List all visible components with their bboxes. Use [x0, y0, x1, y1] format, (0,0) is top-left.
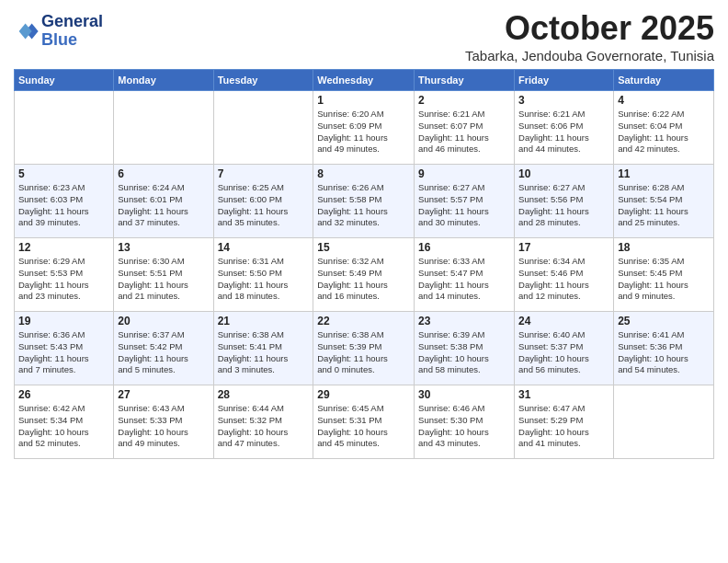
calendar-week-row: 19Sunrise: 6:36 AM Sunset: 5:43 PM Dayli… [15, 312, 714, 385]
calendar-day-21: 21Sunrise: 6:38 AM Sunset: 5:41 PM Dayli… [213, 312, 313, 385]
calendar-day-4: 4Sunrise: 6:22 AM Sunset: 6:04 PM Daylig… [614, 91, 714, 165]
day-detail: Sunrise: 6:26 AM Sunset: 5:58 PM Dayligh… [317, 182, 410, 229]
calendar-week-row: 1Sunrise: 6:20 AM Sunset: 6:09 PM Daylig… [15, 91, 714, 165]
day-number: 12 [18, 241, 109, 254]
calendar-day-23: 23Sunrise: 6:39 AM Sunset: 5:38 PM Dayli… [415, 312, 515, 385]
calendar-day-8: 8Sunrise: 6:26 AM Sunset: 5:58 PM Daylig… [313, 165, 415, 238]
calendar-header-row: SundayMondayTuesdayWednesdayThursdayFrid… [15, 70, 714, 91]
day-detail: Sunrise: 6:25 AM Sunset: 6:00 PM Dayligh… [218, 182, 310, 229]
day-number: 19 [18, 315, 109, 327]
day-detail: Sunrise: 6:29 AM Sunset: 5:53 PM Dayligh… [18, 256, 109, 303]
calendar-day-22: 22Sunrise: 6:38 AM Sunset: 5:39 PM Dayli… [313, 312, 415, 385]
calendar-week-row: 12Sunrise: 6:29 AM Sunset: 5:53 PM Dayli… [15, 238, 714, 312]
calendar-week-row: 5Sunrise: 6:23 AM Sunset: 6:03 PM Daylig… [15, 165, 714, 238]
calendar-day-14: 14Sunrise: 6:31 AM Sunset: 5:50 PM Dayli… [213, 238, 313, 312]
calendar-day-30: 30Sunrise: 6:46 AM Sunset: 5:30 PM Dayli… [415, 385, 515, 459]
calendar-day-5: 5Sunrise: 6:23 AM Sunset: 6:03 PM Daylig… [15, 165, 114, 238]
calendar-empty-cell [614, 385, 714, 459]
day-detail: Sunrise: 6:47 AM Sunset: 5:29 PM Dayligh… [518, 403, 609, 450]
header: General Blue October 2025 Tabarka, Jendo… [14, 9, 714, 63]
day-detail: Sunrise: 6:21 AM Sunset: 6:07 PM Dayligh… [418, 109, 510, 155]
calendar-day-28: 28Sunrise: 6:44 AM Sunset: 5:32 PM Dayli… [213, 385, 313, 459]
day-number: 31 [518, 388, 609, 401]
day-number: 20 [118, 315, 209, 327]
day-detail: Sunrise: 6:44 AM Sunset: 5:32 PM Dayligh… [218, 403, 310, 450]
logo-line1: General [41, 13, 103, 31]
day-number: 6 [118, 167, 209, 180]
day-detail: Sunrise: 6:32 AM Sunset: 5:49 PM Dayligh… [317, 256, 410, 303]
day-detail: Sunrise: 6:30 AM Sunset: 5:51 PM Dayligh… [118, 256, 209, 303]
day-detail: Sunrise: 6:42 AM Sunset: 5:34 PM Dayligh… [18, 403, 109, 450]
day-detail: Sunrise: 6:20 AM Sunset: 6:09 PM Dayligh… [317, 109, 410, 155]
calendar-header-monday: Monday [114, 70, 213, 91]
calendar-day-9: 9Sunrise: 6:27 AM Sunset: 5:57 PM Daylig… [415, 165, 515, 238]
day-number: 24 [518, 315, 609, 327]
day-detail: Sunrise: 6:31 AM Sunset: 5:50 PM Dayligh… [218, 256, 310, 303]
day-number: 14 [218, 241, 310, 254]
calendar-empty-cell [213, 91, 313, 165]
day-detail: Sunrise: 6:23 AM Sunset: 6:03 PM Dayligh… [18, 182, 109, 229]
calendar-header-thursday: Thursday [415, 70, 515, 91]
calendar-day-19: 19Sunrise: 6:36 AM Sunset: 5:43 PM Dayli… [15, 312, 114, 385]
day-detail: Sunrise: 6:41 AM Sunset: 5:36 PM Dayligh… [618, 329, 710, 376]
day-number: 11 [618, 167, 710, 180]
day-detail: Sunrise: 6:39 AM Sunset: 5:38 PM Dayligh… [418, 329, 510, 376]
calendar-day-7: 7Sunrise: 6:25 AM Sunset: 6:00 PM Daylig… [213, 165, 313, 238]
day-detail: Sunrise: 6:36 AM Sunset: 5:43 PM Dayligh… [18, 329, 109, 376]
calendar-day-26: 26Sunrise: 6:42 AM Sunset: 5:34 PM Dayli… [15, 385, 114, 459]
day-number: 17 [518, 241, 609, 254]
calendar: SundayMondayTuesdayWednesdayThursdayFrid… [14, 69, 714, 459]
day-number: 10 [518, 167, 609, 180]
calendar-day-12: 12Sunrise: 6:29 AM Sunset: 5:53 PM Dayli… [15, 238, 114, 312]
day-number: 16 [418, 241, 510, 254]
day-detail: Sunrise: 6:28 AM Sunset: 5:54 PM Dayligh… [618, 182, 710, 229]
day-detail: Sunrise: 6:46 AM Sunset: 5:30 PM Dayligh… [418, 403, 510, 450]
calendar-day-24: 24Sunrise: 6:40 AM Sunset: 5:37 PM Dayli… [515, 312, 614, 385]
day-number: 4 [618, 94, 710, 107]
page: General Blue October 2025 Tabarka, Jendo… [0, 0, 728, 563]
day-detail: Sunrise: 6:40 AM Sunset: 5:37 PM Dayligh… [518, 329, 609, 376]
day-detail: Sunrise: 6:38 AM Sunset: 5:39 PM Dayligh… [317, 329, 410, 376]
day-detail: Sunrise: 6:45 AM Sunset: 5:31 PM Dayligh… [317, 403, 410, 450]
day-number: 2 [418, 94, 510, 107]
sub-title: Tabarka, Jendouba Governorate, Tunisia [465, 48, 714, 63]
calendar-day-31: 31Sunrise: 6:47 AM Sunset: 5:29 PM Dayli… [515, 385, 614, 459]
day-number: 7 [218, 167, 310, 180]
day-detail: Sunrise: 6:34 AM Sunset: 5:46 PM Dayligh… [518, 256, 609, 303]
calendar-day-6: 6Sunrise: 6:24 AM Sunset: 6:01 PM Daylig… [114, 165, 213, 238]
calendar-day-29: 29Sunrise: 6:45 AM Sunset: 5:31 PM Dayli… [313, 385, 415, 459]
calendar-day-2: 2Sunrise: 6:21 AM Sunset: 6:07 PM Daylig… [415, 91, 515, 165]
calendar-week-row: 26Sunrise: 6:42 AM Sunset: 5:34 PM Dayli… [15, 385, 714, 459]
day-detail: Sunrise: 6:37 AM Sunset: 5:42 PM Dayligh… [118, 329, 209, 376]
logo-icon [14, 18, 40, 44]
calendar-day-16: 16Sunrise: 6:33 AM Sunset: 5:47 PM Dayli… [415, 238, 515, 312]
day-number: 13 [118, 241, 209, 254]
day-number: 15 [317, 241, 410, 254]
calendar-header-saturday: Saturday [614, 70, 714, 91]
logo-line2: Blue [41, 31, 103, 50]
day-number: 25 [618, 315, 710, 327]
day-detail: Sunrise: 6:24 AM Sunset: 6:01 PM Dayligh… [118, 182, 209, 229]
day-number: 23 [418, 315, 510, 327]
day-number: 22 [317, 315, 410, 327]
calendar-day-17: 17Sunrise: 6:34 AM Sunset: 5:46 PM Dayli… [515, 238, 614, 312]
day-number: 26 [18, 388, 109, 401]
day-number: 3 [518, 94, 609, 107]
calendar-day-10: 10Sunrise: 6:27 AM Sunset: 5:56 PM Dayli… [515, 165, 614, 238]
calendar-day-15: 15Sunrise: 6:32 AM Sunset: 5:49 PM Dayli… [313, 238, 415, 312]
day-number: 18 [618, 241, 710, 254]
calendar-header-sunday: Sunday [15, 70, 114, 91]
calendar-day-27: 27Sunrise: 6:43 AM Sunset: 5:33 PM Dayli… [114, 385, 213, 459]
calendar-header-friday: Friday [515, 70, 614, 91]
day-detail: Sunrise: 6:27 AM Sunset: 5:57 PM Dayligh… [418, 182, 510, 229]
calendar-day-1: 1Sunrise: 6:20 AM Sunset: 6:09 PM Daylig… [313, 91, 415, 165]
day-number: 8 [317, 167, 410, 180]
day-number: 30 [418, 388, 510, 401]
calendar-day-25: 25Sunrise: 6:41 AM Sunset: 5:36 PM Dayli… [614, 312, 714, 385]
day-number: 5 [18, 167, 109, 180]
day-number: 27 [118, 388, 209, 401]
day-number: 29 [317, 388, 410, 401]
calendar-day-3: 3Sunrise: 6:21 AM Sunset: 6:06 PM Daylig… [515, 91, 614, 165]
calendar-day-11: 11Sunrise: 6:28 AM Sunset: 5:54 PM Dayli… [614, 165, 714, 238]
calendar-day-13: 13Sunrise: 6:30 AM Sunset: 5:51 PM Dayli… [114, 238, 213, 312]
